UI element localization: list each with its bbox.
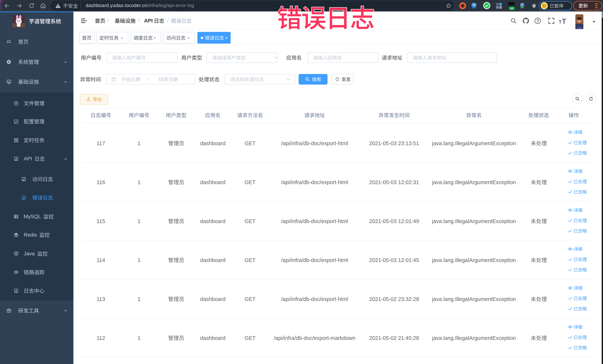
svg-text:on: on (510, 7, 513, 10)
